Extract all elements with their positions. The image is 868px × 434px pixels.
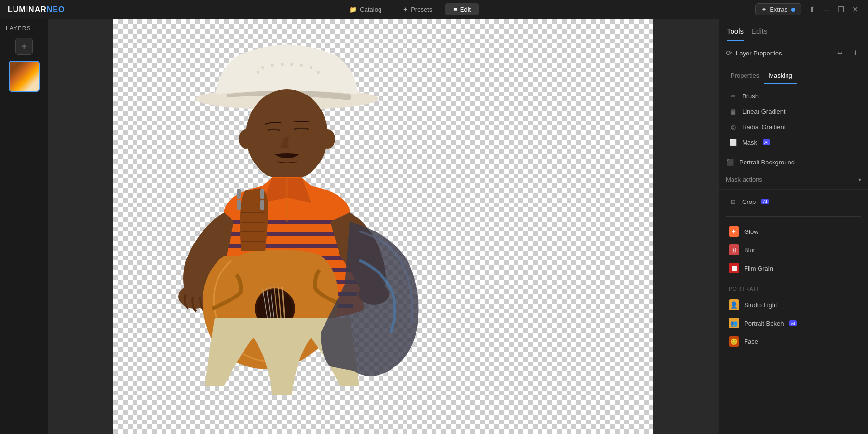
effect-item-blur[interactable]: ⊞ Blur [726, 241, 861, 259]
sub-tabs: Properties Masking [719, 65, 868, 84]
svg-rect-31 [237, 200, 241, 210]
film-grain-icon: ▦ [729, 263, 739, 273]
divider-1 [726, 216, 861, 217]
svg-point-5 [281, 63, 284, 66]
layer-thumbnail[interactable] [9, 61, 40, 92]
undo-button[interactable]: ↩ [834, 47, 846, 59]
title-bar: LUMINARNEO 📁 Catalog ✦ Presets ≡ Edit ✦ … [0, 0, 868, 19]
extras-badge [791, 8, 795, 12]
crop-icon: ⊡ [729, 197, 737, 206]
svg-point-9 [317, 71, 320, 74]
mask-ai-icon: ⬜ [729, 138, 737, 147]
masking-item-radial-gradient[interactable]: ◎ Radial Gradient [726, 119, 861, 135]
layers-panel: Layers + [0, 19, 48, 434]
share-button[interactable]: ⬆ [807, 5, 817, 14]
chevron-down-icon: ▾ [858, 176, 861, 183]
tab-masking[interactable]: Masking [764, 70, 797, 84]
layer-properties-section: ⟳ Layer Properties ↩ ℹ [719, 41, 868, 65]
app-logo: LUMINARNEO [8, 5, 65, 14]
extras-button[interactable]: ✦ Extras [755, 3, 801, 15]
panel-header: Tools Edits [719, 19, 868, 41]
svg-point-4 [271, 64, 274, 67]
svg-rect-28 [241, 241, 265, 242]
tab-edits[interactable]: Edits [751, 27, 767, 41]
add-layer-button[interactable]: + [15, 38, 33, 55]
effect-item-glow[interactable]: ✦ Glow [726, 222, 861, 241]
catalog-icon: 📁 [349, 6, 357, 13]
svg-point-8 [310, 66, 312, 69]
presets-icon: ✦ [403, 6, 408, 13]
presets-nav-btn[interactable]: ✦ Presets [394, 3, 441, 15]
ai-badge-bokeh: AI [789, 320, 797, 326]
ai-badge-crop: AI [761, 199, 769, 204]
svg-rect-25 [241, 212, 265, 213]
portrait-background-item[interactable]: ⬛ Portrait Background [719, 154, 868, 170]
guitarist-figure [137, 19, 475, 434]
tab-properties[interactable]: Properties [726, 70, 764, 84]
canvas-area [48, 19, 719, 434]
window-controls: ⬆ — ❐ ✕ [807, 5, 860, 14]
radial-gradient-icon: ◎ [729, 122, 737, 131]
title-bar-right: ✦ Extras ⬆ — ❐ ✕ [755, 3, 860, 15]
tab-tools[interactable]: Tools [727, 27, 744, 41]
effect-item-film-grain[interactable]: ▦ Film Grain [726, 259, 861, 277]
svg-rect-29 [237, 189, 241, 199]
svg-point-7 [300, 64, 303, 67]
portrait-bokeh-icon: 👥 [729, 318, 739, 328]
svg-point-2 [257, 71, 259, 74]
section-header-left: ⟳ Layer Properties [726, 49, 782, 57]
maximize-button[interactable]: ❐ [836, 5, 846, 14]
layer-thumb-preview [10, 62, 39, 91]
crop-item[interactable]: ⊡ Crop AI [726, 194, 861, 209]
portrait-bg-icon: ⬛ [726, 158, 734, 166]
edit-nav-btn[interactable]: ≡ Edit [445, 3, 479, 15]
main-content: Layers + [0, 19, 868, 434]
masking-item-mask-ai[interactable]: ⬜ Mask AI [726, 135, 861, 150]
studio-light-icon: 👤 [729, 299, 739, 310]
blur-icon: ⊞ [729, 244, 739, 255]
svg-point-10 [246, 89, 328, 181]
svg-point-3 [261, 66, 264, 69]
logo-area: LUMINARNEO [8, 5, 65, 14]
catalog-nav-btn[interactable]: 📁 Catalog [340, 3, 390, 15]
face-icon: 😊 [729, 336, 739, 347]
right-panel: Tools Edits ⟳ Layer Properties ↩ ℹ Prope… [719, 19, 868, 434]
edit-icon: ≡ [453, 6, 457, 13]
effects-list: ✦ Glow ⊞ Blur ▦ Film Grain [719, 218, 868, 281]
layers-title: Layers [4, 25, 44, 32]
svg-rect-27 [241, 231, 265, 232]
extras-icon: ✦ [761, 6, 767, 13]
canvas-bg [113, 19, 653, 434]
linear-gradient-icon: ▤ [729, 107, 737, 116]
layer-properties-title: Layer Properties [736, 50, 782, 57]
portrait-effects-list: 👤 Studio Light 👥 Portrait Bokeh AI 😊 Fac… [719, 294, 868, 353]
section-header-right: ↩ ℹ [834, 47, 861, 59]
mask-actions-header[interactable]: Mask actions ▾ [719, 170, 868, 189]
masking-item-brush[interactable]: ✏ Brush [726, 88, 861, 104]
minimize-button[interactable]: — [822, 5, 831, 14]
close-button[interactable]: ✕ [851, 5, 860, 14]
ai-badge-mask: AI [763, 139, 770, 145]
layer-properties-icon: ⟳ [726, 49, 732, 57]
svg-rect-32 [260, 200, 264, 210]
brush-icon: ✏ [729, 92, 737, 100]
svg-rect-26 [241, 222, 265, 223]
masking-item-linear-gradient[interactable]: ▤ Linear Gradient [726, 104, 861, 119]
svg-point-12 [321, 129, 335, 149]
glow-icon: ✦ [729, 226, 739, 237]
mask-actions-title: Mask actions [726, 176, 762, 183]
mask-actions-section: Mask actions ▾ [719, 170, 868, 190]
crop-section: ⊡ Crop AI [719, 190, 868, 214]
portrait-section-label: Portrait [719, 281, 868, 294]
portrait-effect-studio-light[interactable]: 👤 Studio Light [726, 296, 861, 314]
info-button[interactable]: ℹ [850, 47, 861, 59]
nav-tabs: 📁 Catalog ✦ Presets ≡ Edit [340, 3, 479, 15]
svg-point-6 [290, 63, 293, 66]
portrait-effect-bokeh[interactable]: 👥 Portrait Bokeh AI [726, 314, 861, 332]
svg-rect-30 [260, 189, 264, 199]
svg-point-11 [239, 129, 253, 149]
portrait-effect-face[interactable]: 😊 Face [726, 332, 861, 351]
masking-list: ✏ Brush ▤ Linear Gradient ◎ Radial Gradi… [719, 84, 868, 154]
